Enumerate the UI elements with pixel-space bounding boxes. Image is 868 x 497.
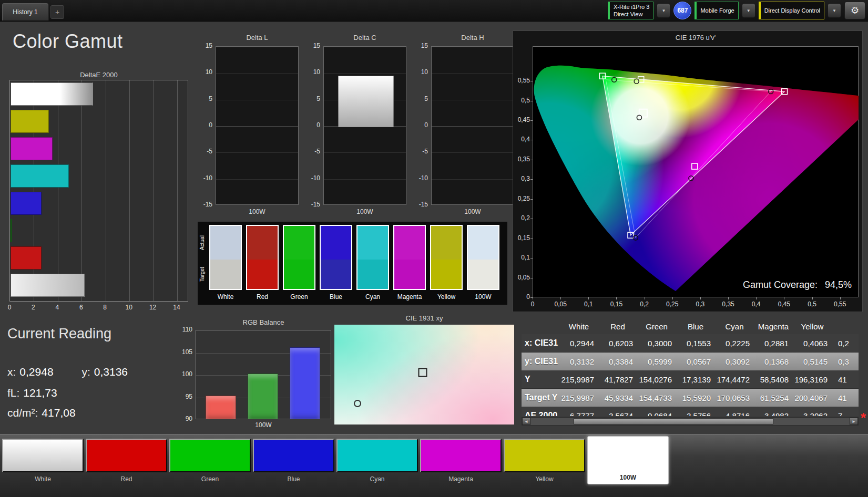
axis-tick-label: 0,3 [501, 175, 530, 182]
measured-marker [354, 400, 361, 407]
patch-button-100w[interactable]: 100W [587, 436, 669, 484]
gridline [129, 80, 130, 301]
axis-tick-label: 10 [302, 68, 320, 76]
table-row-y-cie31: y: CIE310,31320,33840,59990,05670,30920,… [522, 353, 859, 370]
axis-tick-label: 12 [149, 304, 156, 311]
deltae-bar-blue [11, 192, 42, 215]
axis-tick-label: 0,25 [666, 301, 678, 308]
gridline [432, 47, 514, 47]
column-header-magenta: Magenta [754, 322, 793, 331]
patch-button-magenta[interactable] [420, 439, 502, 472]
meter-device-selector[interactable]: X-Rite i1Pro 3 Direct View [608, 2, 653, 19]
rgb-balance-chart [196, 330, 331, 419]
axis-tick-label: 0 [302, 121, 320, 129]
source-dropdown-button[interactable]: ▼ [742, 3, 755, 18]
actual-swatch-red [247, 226, 278, 260]
deltae-bar-white [11, 82, 93, 106]
patch-label: Red [86, 475, 167, 483]
patch-label: 100W [588, 474, 668, 481]
table-cell: 0,1553 [676, 339, 715, 348]
axis-tick-label: 0,45 [501, 116, 530, 123]
patch-button-blue[interactable] [253, 439, 334, 472]
patch-button-red[interactable] [86, 439, 167, 472]
delta-c-bar [338, 76, 394, 127]
table-cell-partial: 41 [832, 375, 859, 384]
deltae-chart [9, 80, 188, 302]
axis-tick-label: 0,25 [501, 195, 530, 202]
tab-history-1[interactable]: History 1 [2, 3, 48, 20]
axis-tick-label: 8 [103, 304, 107, 311]
axis-tick-label: 0 [410, 121, 428, 129]
unsaved-session-marker: * [861, 410, 866, 426]
axis-tick-label: 0,55 [501, 77, 530, 84]
column-header-red: Red [598, 322, 637, 331]
tick-mark [560, 297, 561, 299]
axis-tick-label: 6 [79, 304, 83, 311]
patch-button-cyan[interactable] [336, 439, 418, 472]
gridline [432, 126, 514, 127]
table-cell: 0,5999 [637, 357, 676, 366]
display-control-dropdown-button[interactable]: ▼ [828, 3, 841, 18]
patch-button-green[interactable] [169, 439, 251, 472]
axis-tick-label: 0 [195, 121, 212, 129]
target-marker [418, 368, 427, 377]
patch-button-yellow[interactable] [504, 439, 585, 472]
axis-tick-label: 0,2 [501, 214, 530, 222]
column-header-blue: Blue [676, 322, 715, 331]
reading-cd-value: 417,08 [42, 407, 75, 419]
axis-tick-label: 0,2 [640, 301, 649, 308]
swatch-label: Blue [319, 293, 353, 301]
gridline [216, 73, 298, 74]
table-cell: 0,1368 [754, 357, 793, 366]
tick-mark [840, 297, 841, 299]
table-row-y: Y215,998741,7827154,027617,3139174,44725… [522, 370, 859, 389]
current-reading-title: Current Reading [7, 326, 111, 342]
deltae-bar-green [11, 219, 12, 242]
cie1931-plot [334, 325, 514, 424]
target-row-label: Target [199, 256, 207, 293]
reading-x-value: 0,2948 [19, 366, 53, 378]
display-control-selector[interactable]: Direct Display Control [759, 2, 824, 19]
table-cell: 0,3384 [598, 357, 637, 366]
axis-tick-label: 0,5 [501, 97, 530, 104]
gridline [324, 47, 406, 47]
scroll-right-button[interactable]: ► [850, 418, 858, 425]
axis-tick-label: 0,35 [501, 156, 530, 163]
gridline [216, 152, 298, 153]
gridline [432, 152, 514, 153]
scrollbar-thumb[interactable] [574, 418, 773, 424]
axis-tick-label: 0,4 [752, 301, 761, 308]
deltae-x-axis: 02468101214 [9, 304, 188, 312]
tick-mark [616, 297, 617, 299]
reading-cd-line: cd/m²:417,08 [7, 407, 76, 419]
table-cell: 154,0276 [637, 375, 676, 384]
settings-button[interactable]: ⚙ [844, 2, 865, 19]
table-cell: 0,2225 [715, 339, 754, 348]
scroll-left-button[interactable]: ◄ [522, 418, 530, 425]
axis-tick-label: 100 [171, 370, 192, 378]
tick-mark [530, 179, 533, 180]
axis-tick-label: 10 [410, 68, 428, 76]
row-label: y: CIE31 [522, 357, 559, 366]
axis-tick-label: 0,3 [696, 301, 705, 308]
table-cell: 0,3132 [559, 357, 598, 366]
axis-tick-label: 15 [410, 42, 428, 49]
patch-button-white[interactable] [2, 439, 84, 472]
axis-tick-label: -10 [302, 174, 320, 182]
add-tab-button[interactable]: + [50, 5, 64, 19]
gridline [177, 80, 178, 301]
source-selector[interactable]: Mobile Forge [695, 2, 738, 19]
delta-l-plot [216, 46, 299, 205]
table-cell: 0,2881 [754, 339, 793, 348]
actual-swatch-cyan [358, 226, 388, 260]
swatch-column-white [209, 225, 242, 290]
axis-tick-label: 15 [195, 42, 212, 49]
gamut-coverage-label: Gamut Coverage: [743, 279, 818, 290]
gridline [324, 73, 406, 74]
axis-tick-label: 0,5 [808, 301, 816, 308]
swatch-label: Red [245, 293, 280, 301]
patch-label: White [2, 475, 84, 483]
gridline [154, 80, 154, 301]
table-horizontal-scrollbar[interactable]: ◄ ► [522, 417, 859, 426]
meter-dropdown-button[interactable]: ▼ [657, 3, 670, 18]
